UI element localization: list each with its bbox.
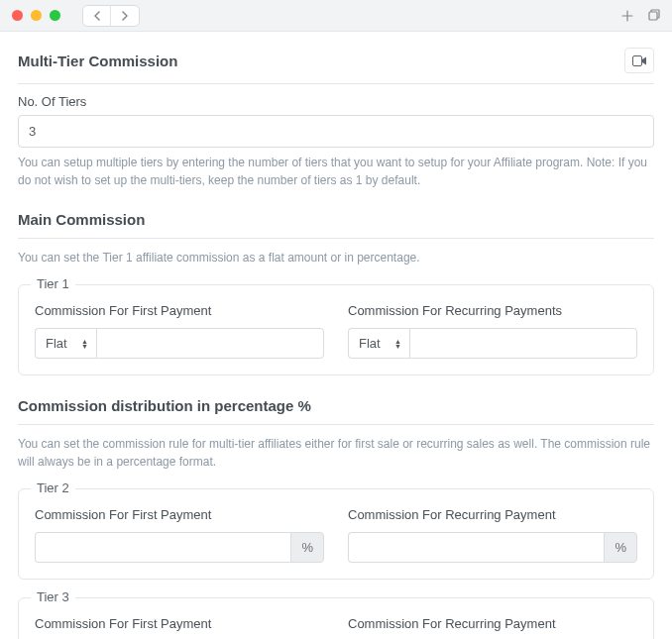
- svg-rect-0: [649, 12, 657, 20]
- tier3-legend: Tier 3: [31, 589, 75, 604]
- window-titlebar: [0, 0, 672, 32]
- distribution-title: Commission distribution in percentage %: [18, 397, 654, 414]
- tier3-recurring-label: Commission For Recurring Payment: [348, 616, 637, 631]
- tier2-legend: Tier 2: [31, 480, 75, 495]
- tiers-help-text: You can setup multiple tiers by entering…: [18, 154, 654, 189]
- tiers-label: No. Of Tiers: [18, 94, 654, 109]
- video-help-button[interactable]: [624, 48, 654, 73]
- close-window-button[interactable]: [12, 10, 23, 21]
- percent-suffix: %: [604, 532, 637, 563]
- tier3-fieldset: Tier 3 Commission For First Payment % Co…: [18, 597, 654, 639]
- tier2-recurring-label: Commission For Recurring Payment: [348, 507, 637, 522]
- tier1-fieldset: Tier 1 Commission For First Payment Flat…: [18, 284, 654, 375]
- tier2-fieldset: Tier 2 Commission For First Payment % Co…: [18, 488, 654, 580]
- tier3-first-label: Commission For First Payment: [35, 616, 324, 631]
- traffic-lights: [12, 10, 60, 21]
- svg-rect-1: [632, 55, 641, 65]
- select-arrows-icon: ▲▼: [394, 339, 401, 349]
- tier1-first-amount-input[interactable]: [96, 328, 324, 359]
- tiers-input[interactable]: [18, 115, 654, 148]
- tier2-first-input[interactable]: [35, 532, 290, 563]
- distribution-help: You can set the commission rule for mult…: [18, 435, 654, 471]
- tier1-first-label: Commission For First Payment: [35, 303, 324, 318]
- nav-buttons: [82, 5, 140, 27]
- tier1-recurring-amount-input[interactable]: [409, 328, 637, 359]
- tier1-first-type-value: Flat: [46, 336, 67, 351]
- minimize-window-button[interactable]: [31, 10, 42, 21]
- tier2-recurring-input[interactable]: [348, 532, 604, 563]
- tier2-first-label: Commission For First Payment: [35, 507, 324, 522]
- maximize-window-button[interactable]: [50, 10, 60, 21]
- new-tab-button[interactable]: [620, 9, 634, 23]
- distribution-separator: [18, 424, 654, 425]
- percent-suffix: %: [290, 532, 324, 563]
- copy-window-button[interactable]: [646, 9, 660, 23]
- forward-button[interactable]: [111, 6, 139, 26]
- tier1-recurring-type-select[interactable]: Flat ▲▼: [348, 328, 409, 359]
- main-commission-help: You can set the Tier 1 affiliate commiss…: [18, 249, 654, 266]
- tier1-recurring-type-value: Flat: [359, 336, 381, 351]
- main-commission-title: Main Commission: [18, 211, 654, 228]
- page-header: Multi-Tier Commission: [18, 32, 654, 83]
- main-commission-separator: [18, 238, 654, 239]
- page-title: Multi-Tier Commission: [18, 53, 177, 69]
- tier1-recurring-label: Commission For Recurring Payments: [348, 303, 637, 318]
- tier1-legend: Tier 1: [31, 276, 75, 291]
- select-arrows-icon: ▲▼: [81, 339, 88, 349]
- back-button[interactable]: [83, 6, 111, 26]
- tier1-first-type-select[interactable]: Flat ▲▼: [35, 328, 96, 359]
- header-separator: [18, 83, 654, 84]
